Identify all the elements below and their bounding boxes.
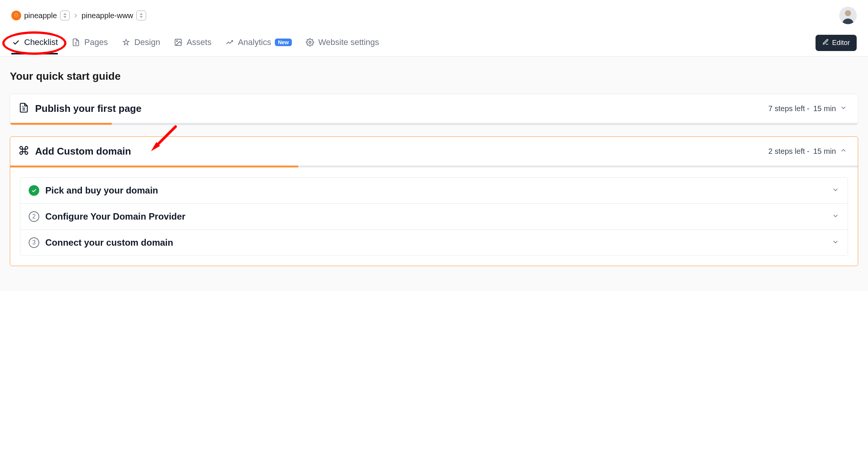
card-title: Add Custom domain: [35, 146, 131, 157]
breadcrumb-org[interactable]: pineapple: [11, 11, 70, 20]
design-icon: [122, 38, 131, 47]
breadcrumb-org-label: pineapple: [24, 11, 57, 20]
document-icon: [19, 102, 29, 115]
step-title: Configure Your Domain Provider: [45, 211, 185, 222]
breadcrumb-project-label: pineapple-www: [82, 11, 133, 20]
chevron-down-icon: [832, 238, 839, 247]
checklist-card-publish: Publish your first page 7 steps left - 1…: [10, 94, 858, 125]
checklist-card-custom-domain: Add Custom domain 2 steps left - 15 min: [10, 136, 858, 266]
tab-design[interactable]: Design: [122, 37, 160, 54]
tab-checklist[interactable]: Checklist: [11, 37, 58, 54]
avatar[interactable]: [839, 7, 857, 24]
tab-pages[interactable]: Pages: [71, 37, 108, 54]
svg-point-3: [177, 40, 178, 42]
editor-button[interactable]: Editor: [816, 35, 857, 51]
step-number: 2: [29, 211, 39, 222]
step-done-icon: [29, 185, 39, 196]
chevron-down-icon: [832, 212, 839, 221]
step-item[interactable]: 3 Connect your custom domain: [20, 229, 848, 256]
tab-settings-label: Website settings: [318, 37, 379, 47]
nav-tabs: Checklist Pages Design Assets: [11, 37, 379, 54]
step-list: Pick and buy your domain 2 Configure You…: [20, 177, 848, 256]
step-title: Pick and buy your domain: [45, 185, 158, 196]
project-selector-toggle[interactable]: [136, 11, 146, 20]
breadcrumb-project[interactable]: pineapple-www: [82, 11, 146, 20]
steps-left: 7 steps left -: [768, 104, 809, 113]
chevron-down-icon: [840, 104, 847, 113]
tab-analytics-label: Analytics: [238, 37, 271, 47]
command-icon: [19, 145, 29, 157]
step-item[interactable]: Pick and buy your domain: [20, 178, 848, 203]
tab-assets-label: Assets: [187, 37, 211, 47]
steps-left: 2 steps left -: [768, 147, 809, 156]
tab-checklist-label: Checklist: [24, 37, 58, 47]
progress-bar: [10, 123, 858, 125]
tab-assets[interactable]: Assets: [174, 37, 211, 54]
check-icon: [11, 38, 20, 47]
step-title: Connect your custom domain: [45, 237, 173, 248]
card-header-publish[interactable]: Publish your first page 7 steps left - 1…: [10, 94, 858, 123]
document-icon: [71, 38, 80, 47]
tab-pages-label: Pages: [84, 37, 108, 47]
editor-button-label: Editor: [832, 39, 850, 47]
tab-website-settings[interactable]: Website settings: [305, 37, 379, 54]
new-badge: New: [275, 39, 292, 46]
breadcrumb: pineapple › pineapple-www: [11, 11, 146, 20]
time-estimate: 15 min: [813, 104, 836, 113]
card-title: Publish your first page: [35, 103, 142, 115]
image-icon: [174, 38, 183, 47]
tab-analytics[interactable]: Analytics New: [225, 37, 292, 54]
chevron-up-icon: [840, 147, 847, 156]
svg-point-1: [845, 10, 851, 16]
breadcrumb-separator: ›: [74, 11, 77, 20]
chevron-down-icon: [832, 186, 839, 195]
time-estimate: 15 min: [813, 147, 836, 156]
gear-icon: [305, 38, 315, 47]
step-item[interactable]: 2 Configure Your Domain Provider: [20, 203, 848, 229]
tab-design-label: Design: [134, 37, 160, 47]
org-icon: [11, 11, 21, 20]
page-title: Your quick start guide: [10, 70, 858, 82]
progress-fill: [10, 123, 112, 125]
step-number: 3: [29, 237, 39, 248]
svg-point-4: [309, 41, 311, 43]
pencil-icon: [822, 39, 829, 47]
org-selector-toggle[interactable]: [60, 11, 70, 20]
analytics-icon: [225, 38, 234, 47]
card-header-custom-domain[interactable]: Add Custom domain 2 steps left - 15 min: [10, 137, 858, 166]
